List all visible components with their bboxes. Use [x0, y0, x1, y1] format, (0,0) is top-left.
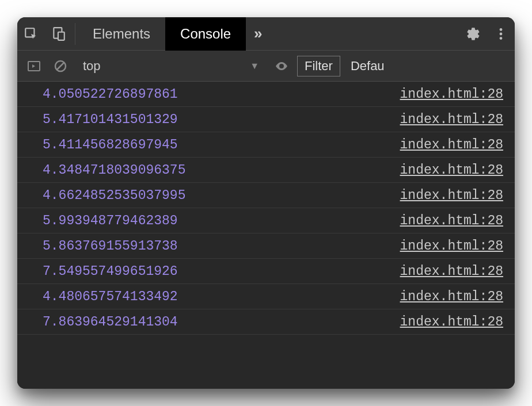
- inspect-element-icon[interactable]: [17, 17, 45, 51]
- chevron-down-icon: ▼: [250, 61, 259, 71]
- log-value: 7.549557499651926: [43, 264, 178, 279]
- tab-overflow-button[interactable]: »: [246, 25, 270, 43]
- console-output: 4.050522726897861 index.html:28 5.417101…: [17, 82, 515, 389]
- log-source-link[interactable]: index.html:28: [400, 112, 503, 127]
- svg-point-5: [500, 37, 503, 40]
- tab-elements[interactable]: Elements: [78, 17, 165, 51]
- svg-point-4: [500, 32, 503, 35]
- svg-point-9: [280, 65, 283, 67]
- filter-input[interactable]: Filter: [297, 56, 340, 76]
- log-row: 4.050522726897861 index.html:28: [17, 82, 515, 107]
- devtools-window: Elements Console »: [17, 17, 515, 389]
- log-source-link[interactable]: index.html:28: [400, 188, 503, 203]
- log-value: 5.993948779462389: [43, 213, 178, 228]
- separator: [75, 23, 75, 45]
- log-row: 7.863964529141304 index.html:28: [17, 309, 515, 335]
- log-level-selector[interactable]: Defau: [345, 59, 385, 74]
- log-row: 4.480657574133492 index.html:28: [17, 284, 515, 309]
- more-options-icon[interactable]: [487, 17, 515, 51]
- console-toolbar: top ▼ Filter Defau: [17, 51, 515, 82]
- log-row: 7.549557499651926 index.html:28: [17, 259, 515, 284]
- log-value: 7.863964529141304: [43, 315, 178, 330]
- context-label: top: [83, 59, 101, 74]
- log-row: 5.863769155913738 index.html:28: [17, 233, 515, 259]
- log-source-link[interactable]: index.html:28: [400, 264, 503, 279]
- log-value: 5.411456828697945: [43, 137, 178, 152]
- tab-bar: Elements Console »: [17, 17, 515, 51]
- log-value: 5.863769155913738: [43, 239, 178, 254]
- log-row: 4.3484718039096375 index.html:28: [17, 158, 515, 183]
- log-source-link[interactable]: index.html:28: [400, 163, 503, 178]
- log-source-link[interactable]: index.html:28: [400, 213, 503, 228]
- execution-context-selector[interactable]: top ▼: [76, 55, 266, 77]
- log-value: 4.3484718039096375: [43, 163, 185, 178]
- tab-console[interactable]: Console: [165, 17, 246, 51]
- log-source-link[interactable]: index.html:28: [400, 137, 503, 152]
- log-row: 5.417101431501329 index.html:28: [17, 107, 515, 132]
- log-row: 5.993948779462389 index.html:28: [17, 208, 515, 233]
- clear-console-icon[interactable]: [50, 55, 71, 77]
- log-source-link[interactable]: index.html:28: [400, 87, 503, 102]
- log-value: 4.050522726897861: [43, 87, 178, 102]
- log-row: 4.6624852535037995 index.html:28: [17, 183, 515, 208]
- log-source-link[interactable]: index.html:28: [400, 239, 503, 254]
- log-source-link[interactable]: index.html:28: [400, 289, 503, 304]
- log-value: 5.417101431501329: [43, 112, 178, 127]
- log-value: 4.480657574133492: [43, 289, 178, 304]
- log-row: 5.411456828697945 index.html:28: [17, 132, 515, 158]
- log-value: 4.6624852535037995: [43, 188, 185, 203]
- svg-rect-2: [58, 32, 64, 40]
- device-toggle-icon[interactable]: [45, 17, 73, 51]
- log-source-link[interactable]: index.html:28: [400, 315, 503, 330]
- svg-point-3: [500, 28, 503, 31]
- sidebar-toggle-icon[interactable]: [23, 55, 45, 77]
- live-expression-eye-icon[interactable]: [271, 55, 292, 77]
- settings-gear-icon[interactable]: [459, 17, 487, 51]
- svg-line-8: [57, 63, 64, 70]
